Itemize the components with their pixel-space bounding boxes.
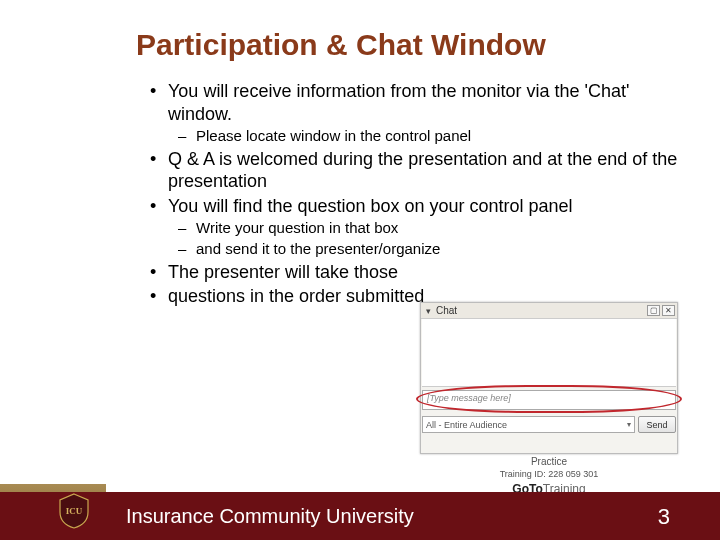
training-footer: Practice Training ID: 228 059 301 GoToTr… xyxy=(420,456,678,496)
page-number: 3 xyxy=(658,504,670,530)
chat-panel-header: ▾ Chat ▢ ✕ xyxy=(421,303,677,319)
bullet-3-sub-1: Write your question in that box xyxy=(178,219,680,238)
bullet-3-text: You will find the question box on your c… xyxy=(168,196,573,216)
training-mode-label: Practice xyxy=(420,456,678,467)
shield-icon: ICU xyxy=(54,492,94,530)
popout-icon[interactable]: ▢ xyxy=(647,305,660,316)
icu-logo: ICU xyxy=(54,492,94,530)
logo-text: ICU xyxy=(66,506,83,516)
chat-log xyxy=(422,319,676,387)
chat-input-wrap: [Type message here] xyxy=(422,390,676,410)
collapse-icon[interactable]: ▾ xyxy=(423,306,433,316)
close-icon[interactable]: ✕ xyxy=(662,305,675,316)
chat-send-row: All - Entire Audience ▾ Send xyxy=(422,416,676,433)
bullet-1-sub-1: Please locate window in the control pane… xyxy=(178,127,680,146)
bullet-2: Q & A is welcomed during the presentatio… xyxy=(150,148,680,193)
chat-recipient-value: All - Entire Audience xyxy=(426,420,507,430)
send-button[interactable]: Send xyxy=(638,416,676,433)
bullet-4: The presenter will take those xyxy=(150,261,680,284)
training-id: Training ID: 228 059 301 xyxy=(420,469,678,479)
chat-message-input[interactable]: [Type message here] xyxy=(422,390,676,410)
slide-title: Participation & Chat Window xyxy=(0,0,720,62)
slide: Participation & Chat Window You will rec… xyxy=(0,0,720,540)
chat-panel: ▾ Chat ▢ ✕ [Type message here] All - Ent… xyxy=(420,302,678,454)
bullet-3: You will find the question box on your c… xyxy=(150,195,680,259)
footer-title: Insurance Community University xyxy=(126,505,414,528)
chat-panel-title: Chat xyxy=(436,305,645,316)
slide-content: You will receive information from the mo… xyxy=(0,62,720,308)
bullet-1: You will receive information from the mo… xyxy=(150,80,680,146)
bullet-3-sub-2: and send it to the presenter/organize xyxy=(178,240,680,259)
bullet-1-text: You will receive information from the mo… xyxy=(168,81,629,124)
chat-recipient-select[interactable]: All - Entire Audience ▾ xyxy=(422,416,635,433)
chevron-down-icon: ▾ xyxy=(627,420,631,429)
